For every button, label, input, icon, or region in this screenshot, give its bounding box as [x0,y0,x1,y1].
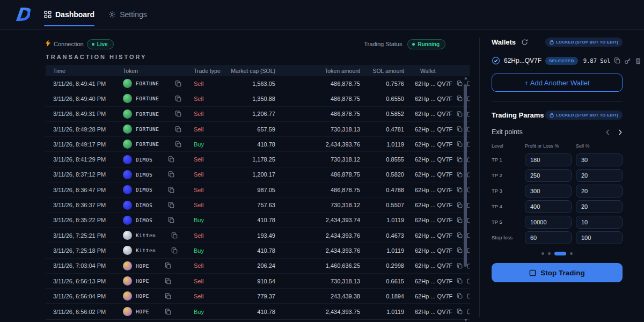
copy-icon[interactable] [457,202,463,208]
copy-icon[interactable] [168,156,174,163]
sell-percent-input[interactable] [576,153,623,166]
token-icon [123,216,132,225]
pagination-dot[interactable] [548,252,551,255]
tx-token: Kitten [121,231,186,240]
tx-market-cap: 1,350.88 [223,96,277,102]
copy-icon[interactable] [171,247,178,254]
chevron-left-icon[interactable] [605,129,610,135]
copy-icon[interactable] [168,187,174,193]
token-name: DIMOS [136,157,152,163]
token-name: DIMOS [136,217,152,223]
table-row: 3/11/26, 7:03:04 PM HOPE Sell 206.24 1,4… [46,259,470,274]
lightning-icon [46,39,50,49]
profit-loss-input[interactable] [525,231,572,244]
chevron-right-icon[interactable] [618,129,623,135]
sell-percent-input[interactable] [576,185,623,197]
tx-token-amount: 730,318.12 [277,202,362,208]
tx-sol-amount: 0.1894 [362,293,406,299]
token-name: FORTUNE [136,141,159,147]
tab-settings[interactable]: Settings [108,0,147,30]
tx-token-amount: 486,878.75 [277,111,362,117]
stop-trading-button[interactable]: Stop Trading [492,263,623,282]
tx-token-amount: 730,318.13 [277,126,362,133]
tx-sol-amount: 0.2998 [362,262,406,269]
table-row: 3/11/26, 8:49:41 PM FORTUNE Sell 1,563.0… [46,76,470,91]
tx-token: HOPE [121,307,186,316]
tab-dashboard[interactable]: Dashboard [44,0,94,30]
copy-icon[interactable] [171,232,178,239]
copy-icon[interactable] [457,309,463,314]
copy-icon[interactable] [168,171,174,178]
token-name: FORTUNE [136,126,159,132]
tx-trade-type: Sell [186,80,223,87]
profit-loss-input[interactable] [525,185,572,197]
tx-market-cap: 1,563.05 [223,80,277,87]
tx-token: FORTUNE [121,140,186,149]
pagination-dot[interactable] [541,252,544,255]
scrollbar-thumb[interactable] [464,84,467,267]
scrollbar-down-arrow-icon[interactable] [464,319,467,321]
profit-loss-input[interactable] [525,169,572,182]
copy-icon[interactable] [457,80,463,86]
wallet-item[interactable]: 62Hp...QV7F SELECTED 9.87 Sol [492,56,623,65]
copy-icon[interactable] [457,157,463,163]
copy-icon[interactable] [168,217,174,223]
copy-icon[interactable] [175,126,181,133]
copy-icon[interactable] [457,217,463,223]
profit-loss-input[interactable] [525,153,572,166]
copy-icon[interactable] [175,96,181,102]
tx-token-amount: 486,878.75 [277,80,362,87]
pagination-dot[interactable] [570,252,573,255]
tx-market-cap: 1,206.77 [223,111,277,117]
copy-icon[interactable] [614,57,620,64]
copy-icon[interactable] [457,187,463,193]
tx-wallet: 62Hp ... QV7F [406,126,470,133]
copy-icon[interactable] [175,111,181,117]
copy-icon[interactable] [165,278,171,284]
table-scrollbar[interactable] [463,78,469,317]
profit-loss-input[interactable] [525,200,572,213]
check-circle-icon[interactable] [492,56,500,65]
copy-icon[interactable] [457,126,463,132]
copy-icon[interactable] [165,262,171,269]
copy-icon[interactable] [457,141,463,147]
profit-loss-input[interactable] [525,216,572,229]
tx-time: 3/11/26, 7:03:04 PM [46,262,121,269]
tx-market-cap: 193.49 [223,232,277,239]
trash-icon[interactable] [635,57,641,64]
copy-icon[interactable] [457,232,463,238]
scrollbar-up-arrow-icon[interactable] [464,77,467,79]
tx-market-cap: 987.05 [223,187,277,193]
wallet-address: 62Hp ... QV7F [415,202,452,208]
token-icon [123,125,132,134]
key-icon[interactable] [624,57,631,64]
page-title: TRANSACTION HISTORY [46,54,470,60]
table-row: 3/11/26, 6:56:13 PM HOPE Sell 910.54 730… [46,274,470,289]
sell-percent-input[interactable] [576,231,623,244]
refresh-icon[interactable] [521,39,528,46]
copy-icon[interactable] [457,247,463,253]
copy-icon[interactable] [168,202,174,208]
copy-icon[interactable] [175,80,181,87]
copy-icon[interactable] [457,293,463,299]
copy-icon[interactable] [457,278,463,284]
pagination-dot[interactable] [554,252,566,255]
copy-icon[interactable] [457,96,463,101]
sell-percent-input[interactable] [576,200,623,213]
copy-icon[interactable] [457,172,463,178]
add-wallet-button[interactable]: + Add Another Wallet [492,74,623,92]
copy-icon[interactable] [457,111,463,117]
copy-icon[interactable] [457,263,463,269]
tx-token-amount: 2,434,393.76 [277,141,362,148]
wallet-address: 62Hp ... QV7F [415,156,452,163]
tx-market-cap: 1,178.25 [223,156,277,163]
gear-icon [108,11,116,18]
copy-icon[interactable] [165,309,171,315]
copy-icon[interactable] [175,141,181,148]
token-name: DIMOS [136,187,152,193]
connection-status: Connection Live [46,39,114,49]
sell-percent-input[interactable] [576,216,623,229]
sell-percent-input[interactable] [576,169,623,182]
copy-icon[interactable] [165,293,171,299]
tx-token-amount: 1,460,636.25 [277,262,362,269]
